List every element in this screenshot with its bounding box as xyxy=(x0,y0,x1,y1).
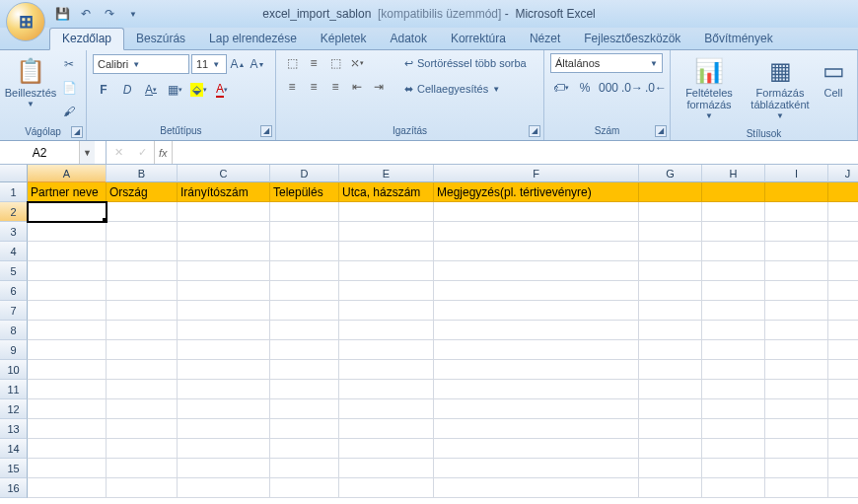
row-header[interactable]: 13 xyxy=(0,419,28,439)
conditional-format-button[interactable]: 📊 Feltételes formázás▼ xyxy=(677,53,742,124)
tab-beszúrás[interactable]: Beszúrás xyxy=(124,29,197,49)
cell[interactable] xyxy=(828,202,858,222)
cell[interactable] xyxy=(107,242,178,261)
cell[interactable] xyxy=(434,340,639,360)
cell[interactable] xyxy=(434,360,639,380)
cell[interactable] xyxy=(639,222,702,242)
cell[interactable] xyxy=(178,202,270,222)
cell[interactable] xyxy=(434,380,639,399)
cell[interactable] xyxy=(639,301,702,321)
cell[interactable]: Utca, házszám xyxy=(339,182,434,202)
cell[interactable] xyxy=(702,261,765,281)
tab-kezdőlap[interactable]: Kezdőlap xyxy=(49,28,124,50)
cell[interactable] xyxy=(178,301,270,321)
cell[interactable] xyxy=(702,281,765,301)
cell[interactable] xyxy=(765,202,828,222)
tab-korrektúra[interactable]: Korrektúra xyxy=(439,29,518,49)
copy-button[interactable]: 📄 xyxy=(58,77,80,99)
cell[interactable] xyxy=(28,439,107,459)
wrap-text-button[interactable]: ↩Sortöréssel több sorba xyxy=(397,53,534,73)
orientation-icon[interactable]: ⤬▾ xyxy=(347,53,367,73)
cell[interactable] xyxy=(178,459,270,478)
cell[interactable] xyxy=(765,478,828,498)
align-right-icon[interactable]: ≡ xyxy=(325,77,345,97)
cell[interactable] xyxy=(107,360,178,380)
cell[interactable] xyxy=(434,321,639,340)
format-painter-button[interactable]: 🖌 xyxy=(58,101,80,122)
align-left-icon[interactable]: ≡ xyxy=(282,77,302,97)
cell[interactable] xyxy=(702,360,765,380)
cells-area[interactable]: Partner neveOrszágIrányítószámTelepülésU… xyxy=(28,182,858,498)
cell[interactable] xyxy=(339,301,434,321)
name-box-input[interactable] xyxy=(0,146,79,160)
row-header[interactable]: 3 xyxy=(0,222,28,242)
cell[interactable] xyxy=(639,202,702,222)
cell[interactable] xyxy=(270,399,339,419)
column-header[interactable]: B xyxy=(107,165,178,182)
cell[interactable] xyxy=(828,242,858,261)
cell[interactable] xyxy=(270,419,339,439)
cell[interactable] xyxy=(339,419,434,439)
align-center-icon[interactable]: ≡ xyxy=(304,77,323,97)
cell[interactable] xyxy=(434,439,639,459)
cell[interactable] xyxy=(339,459,434,478)
cell[interactable]: Megjegyzés(pl. tértivevényre) xyxy=(434,182,639,202)
cell[interactable] xyxy=(107,301,178,321)
cell[interactable] xyxy=(339,242,434,261)
row-header[interactable]: 10 xyxy=(0,360,28,380)
cell[interactable] xyxy=(178,380,270,399)
cell[interactable] xyxy=(107,459,178,478)
cell[interactable] xyxy=(107,321,178,340)
cell[interactable] xyxy=(178,419,270,439)
cell[interactable] xyxy=(702,399,765,419)
cell[interactable] xyxy=(28,202,107,222)
select-all-corner[interactable] xyxy=(0,165,28,182)
font-size-combo[interactable]: 11▼ xyxy=(191,54,227,74)
decrease-font-icon[interactable]: A▼ xyxy=(249,53,266,75)
cell[interactable] xyxy=(702,419,765,439)
cell[interactable] xyxy=(828,301,858,321)
cell[interactable] xyxy=(178,321,270,340)
cell[interactable] xyxy=(434,478,639,498)
cell[interactable] xyxy=(178,399,270,419)
cell[interactable] xyxy=(828,459,858,478)
cell[interactable] xyxy=(270,242,339,261)
fx-icon[interactable]: fx xyxy=(154,141,173,164)
cell[interactable] xyxy=(28,380,107,399)
cell[interactable] xyxy=(339,360,434,380)
cell[interactable] xyxy=(107,399,178,419)
cell[interactable] xyxy=(339,478,434,498)
cell[interactable] xyxy=(639,459,702,478)
name-box-dropdown-icon[interactable]: ▼ xyxy=(79,141,95,164)
name-box[interactable]: ▼ xyxy=(0,141,107,164)
cell[interactable] xyxy=(28,419,107,439)
cell[interactable]: Partner neve xyxy=(28,182,107,202)
cell[interactable] xyxy=(828,281,858,301)
cell[interactable] xyxy=(765,222,828,242)
cell[interactable] xyxy=(178,478,270,498)
cell[interactable] xyxy=(639,439,702,459)
cell[interactable]: Település xyxy=(270,182,339,202)
cell[interactable] xyxy=(828,321,858,340)
cell[interactable] xyxy=(270,261,339,281)
cell[interactable] xyxy=(270,202,339,222)
qat-customize-icon[interactable]: ▼ xyxy=(124,5,142,23)
cell[interactable] xyxy=(765,399,828,419)
cell[interactable] xyxy=(639,261,702,281)
font-color-button[interactable]: A▾ xyxy=(211,79,233,101)
tab-lap-elrendezése[interactable]: Lap elrendezése xyxy=(197,29,309,49)
cell[interactable] xyxy=(702,321,765,340)
cell[interactable] xyxy=(702,380,765,399)
cell[interactable] xyxy=(765,439,828,459)
redo-icon[interactable]: ↷ xyxy=(101,5,118,23)
cell[interactable] xyxy=(765,419,828,439)
row-header[interactable]: 14 xyxy=(0,439,28,459)
cell[interactable] xyxy=(702,242,765,261)
cell[interactable] xyxy=(28,459,107,478)
row-header[interactable]: 16 xyxy=(0,478,28,498)
font-name-combo[interactable]: Calibri▼ xyxy=(93,54,189,74)
cell[interactable] xyxy=(434,202,639,222)
cell[interactable] xyxy=(178,439,270,459)
cell[interactable] xyxy=(639,360,702,380)
row-header[interactable]: 12 xyxy=(0,399,28,419)
